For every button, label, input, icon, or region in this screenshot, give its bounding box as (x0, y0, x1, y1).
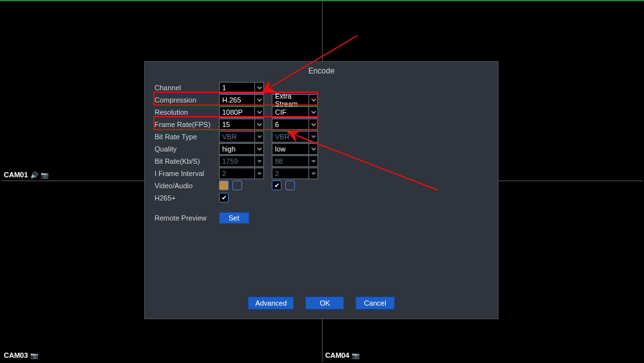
compression2-select[interactable]: Extra Stream (272, 94, 318, 106)
quality2-select[interactable]: low (272, 143, 318, 155)
camera-icon: 📷 (352, 352, 359, 359)
bitratetype-select: VBR (219, 131, 264, 142)
resolution2-select[interactable]: CIF (272, 106, 318, 118)
iframe2-select: 2 (272, 168, 318, 179)
row-iframe: I Frame Interval 2 2 (155, 167, 318, 179)
bitratetype2-select: VBR (272, 131, 318, 142)
cam01-label: CAM01 🔊 📷 (4, 171, 48, 179)
row-bitrate: Bit Rate(Kb/S) 1759 88 (155, 155, 318, 167)
row-remote-preview: Remote Preview Set (155, 211, 318, 224)
cancel-button[interactable]: Cancel (355, 297, 394, 309)
cam04-label: CAM04 📷 (325, 351, 359, 359)
set-button[interactable]: Set (219, 212, 249, 224)
ok-button[interactable]: OK (305, 297, 344, 309)
row-bitratetype: Bit Rate Type VBR VBR (155, 130, 318, 142)
compression-select[interactable]: H.265 (219, 94, 264, 106)
advanced-button[interactable]: Advanced (248, 297, 294, 309)
channel-select[interactable]: 1 (219, 82, 264, 93)
row-video-audio: Video/Audio (155, 179, 318, 191)
video-checkbox-extra[interactable] (272, 181, 281, 190)
encode-dialog: Encode Channel 1 Compression H.265 Extra… (144, 61, 498, 319)
camera-icon: 📷 (30, 352, 38, 359)
row-h265plus: H265+ (155, 191, 318, 204)
iframe-select: 2 (219, 168, 264, 179)
row-compression: Compression H.265 Extra Stream (155, 93, 318, 106)
audio-checkbox-main[interactable] (232, 181, 242, 190)
quality-select[interactable]: high (219, 143, 264, 155)
row-resolution: Resolution 1080P CIF (155, 106, 318, 118)
row-framerate: Frame Rate(FPS) 15 6 (155, 118, 318, 130)
dialog-title: Encode (145, 62, 498, 80)
cam03-label: CAM03 📷 (4, 351, 38, 359)
framerate-select[interactable]: 15 (219, 119, 264, 130)
row-quality: Quality high low (155, 142, 318, 155)
bitrate2-select: 88 (272, 155, 318, 167)
camera-icon: 📷 (41, 172, 48, 179)
form-rows: Channel 1 Compression H.265 Extra Stream… (155, 81, 318, 224)
resolution-select[interactable]: 1080P (219, 106, 264, 118)
audio-checkbox-extra[interactable] (285, 181, 295, 190)
bitrate-select: 1759 (219, 155, 264, 167)
video-checkbox-main[interactable] (219, 181, 229, 190)
framerate2-select[interactable]: 6 (272, 119, 318, 130)
dialog-buttons: Advanced OK Cancel (145, 297, 498, 309)
h265plus-checkbox[interactable] (219, 193, 229, 202)
audio-icon: 🔊 (30, 172, 38, 179)
